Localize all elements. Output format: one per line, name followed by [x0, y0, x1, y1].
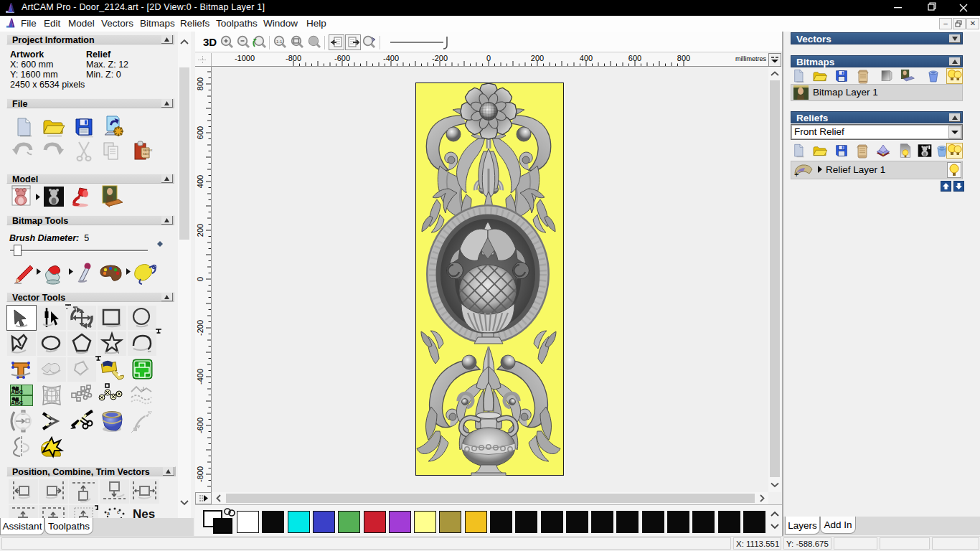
- svg-text:0: 0: [196, 277, 204, 281]
- svg-text:200: 200: [196, 224, 204, 237]
- svg-text:400: 400: [196, 175, 204, 188]
- svg-text:a: a: [107, 511, 110, 516]
- svg-text:600: 600: [628, 54, 641, 62]
- svg-text:600: 600: [196, 126, 204, 139]
- svg-text:200: 200: [531, 54, 544, 62]
- svg-text:400: 400: [580, 54, 593, 62]
- svg-text:-400: -400: [383, 54, 399, 62]
- svg-text:-800: -800: [196, 466, 204, 482]
- svg-text:-200: -200: [432, 54, 448, 62]
- svg-text:800: 800: [196, 77, 204, 90]
- svg-text:c: c: [117, 509, 120, 514]
- svg-text:-1000: -1000: [235, 54, 255, 62]
- svg-text:ABC: ABC: [11, 389, 24, 395]
- svg-text:-400: -400: [196, 369, 204, 385]
- svg-text:+: +: [794, 170, 798, 178]
- svg-text:-600: -600: [196, 418, 204, 433]
- svg-text:ABC: ABC: [11, 400, 24, 406]
- svg-text:-200: -200: [196, 320, 204, 336]
- svg-text:0: 0: [486, 54, 491, 62]
- svg-text:millimetres: millimetres: [735, 55, 767, 62]
- svg-text:BAG: BAG: [143, 152, 149, 156]
- svg-text:-600: -600: [334, 54, 350, 62]
- svg-text:-800: -800: [286, 54, 301, 62]
- svg-text:800: 800: [677, 54, 690, 62]
- svg-text:1:1: 1:1: [276, 39, 283, 44]
